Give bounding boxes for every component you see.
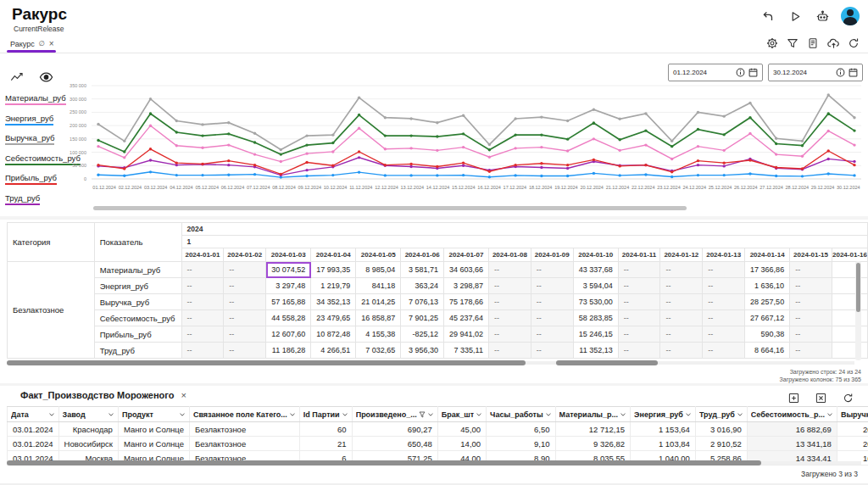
fact-cell[interactable]: 12 712,15 — [555, 422, 630, 437]
fact-cell[interactable]: 9,10 — [487, 437, 555, 451]
pivot-cell[interactable]: -- — [660, 262, 703, 278]
pivot-cell[interactable]: 3 581,71 — [401, 262, 444, 278]
pivot-cell[interactable]: -- — [488, 262, 531, 278]
fact-cell[interactable]: 03.01.2024 — [8, 437, 59, 451]
info-icon[interactable] — [836, 68, 845, 77]
fact-cell[interactable]: 45,00 — [437, 422, 486, 437]
fact-cell[interactable]: 13 341,18 — [747, 437, 837, 451]
delete-row-icon[interactable] — [812, 389, 829, 406]
fact-cell[interactable]: 650,48 — [352, 437, 437, 451]
refresh-table-icon[interactable] — [839, 389, 856, 406]
chevron-down-icon[interactable] — [108, 411, 114, 418]
pivot-cell[interactable]: 7 032,65 — [356, 343, 401, 359]
pivot-cell[interactable]: 34 603,66 — [443, 262, 488, 278]
chevron-down-icon[interactable] — [545, 411, 552, 418]
pivot-cell[interactable]: 23 479,65 — [311, 310, 356, 326]
fact-column-header[interactable]: Id Партии — [299, 407, 352, 422]
pivot-cell[interactable]: 1 636,10 — [745, 278, 790, 294]
user-avatar-icon[interactable] — [841, 7, 860, 25]
pivot-cell[interactable]: 29 941,02 — [443, 326, 488, 343]
pivot-cell[interactable]: -- — [531, 310, 573, 326]
fact-table-row[interactable]: 03.01.2024НовосибирскМанго и СолнцеБезла… — [8, 437, 868, 451]
fact-cell[interactable]: 6,50 — [487, 422, 555, 437]
pivot-date-header[interactable]: 2024-01-07 — [443, 248, 488, 262]
pivot-cell[interactable]: 21 014,25 — [356, 294, 401, 310]
pivot-cell[interactable]: -- — [181, 262, 224, 278]
pivot-metric-label[interactable]: Энергия_руб — [94, 278, 181, 294]
refresh-icon[interactable] — [846, 36, 861, 51]
pivot-cell[interactable]: 27 667,12 — [745, 310, 790, 326]
pivot-cell[interactable]: -- — [224, 294, 266, 310]
pivot-cell[interactable]: -- — [703, 310, 745, 326]
fact-cell[interactable]: Новосибирск — [58, 437, 118, 451]
chevron-down-icon[interactable] — [476, 411, 482, 418]
pivot-cell[interactable]: 45 237,64 — [443, 310, 488, 326]
pivot-cell[interactable]: 57 165,88 — [266, 294, 311, 310]
pivot-metric-label[interactable]: Выручка_руб — [94, 294, 181, 310]
pivot-metric-label[interactable]: Труд_руб — [94, 343, 181, 359]
fact-cell[interactable]: 1 153,64 — [631, 422, 696, 437]
pivot-cell[interactable]: -- — [181, 278, 224, 294]
fact-cell[interactable]: 20 986,71 — [837, 437, 868, 451]
pivot-hscroll-thumb-data[interactable] — [556, 360, 658, 365]
upload-icon[interactable] — [826, 36, 841, 51]
fact-cell[interactable]: Краснодар — [58, 422, 118, 437]
pivot-cell[interactable] — [832, 262, 867, 278]
info-icon[interactable] — [736, 68, 745, 77]
pivot-cell[interactable]: -- — [703, 262, 745, 278]
pivot-cell[interactable]: -- — [790, 310, 832, 326]
run-icon[interactable] — [787, 8, 804, 25]
fact-cell[interactable]: 1 103,84 — [631, 437, 696, 451]
fact-column-header[interactable]: Дата — [8, 407, 59, 422]
fact-cell[interactable]: Манго и Солнце — [118, 437, 189, 451]
pivot-cell[interactable]: 590,38 — [745, 326, 790, 343]
pivot-cell[interactable]: 12 607,60 — [266, 326, 311, 343]
calendar-icon[interactable] — [748, 68, 758, 77]
pivot-cell[interactable]: -- — [618, 278, 660, 294]
fact-column-header[interactable]: Завод — [58, 407, 118, 422]
pivot-date-header[interactable]: 2024-01-02 — [224, 248, 266, 262]
pivot-cell[interactable]: -- — [660, 343, 703, 359]
pivot-metric-label[interactable]: Материалы_руб — [94, 262, 181, 278]
pivot-cell[interactable]: 16 858,87 — [356, 310, 401, 326]
pivot-cell[interactable]: -- — [618, 310, 660, 326]
chevron-down-icon[interactable] — [179, 411, 186, 418]
pivot-cell[interactable]: -- — [224, 310, 266, 326]
pivot-cell[interactable]: 28 257,50 — [745, 294, 790, 310]
pivot-date-header[interactable]: 2024-01-06 — [401, 248, 444, 262]
pivot-cell[interactable]: -- — [224, 262, 266, 278]
pivot-cell[interactable]: -- — [224, 278, 266, 294]
fact-cell[interactable]: 690,27 — [352, 422, 437, 437]
pivot-cell[interactable]: -- — [224, 343, 266, 359]
pivot-cell[interactable] — [832, 343, 867, 359]
fact-cell[interactable]: 20 164,07 — [837, 422, 868, 437]
pivot-cell[interactable]: 75 178,66 — [443, 294, 488, 310]
chart-type-icon[interactable] — [8, 69, 25, 86]
settings-icon[interactable] — [765, 36, 780, 51]
undo-icon[interactable] — [760, 8, 776, 25]
pivot-cell[interactable]: 11 186,28 — [266, 343, 311, 359]
pivot-cell[interactable]: -- — [488, 343, 531, 359]
pivot-hscroll-thumb-frozen[interactable] — [7, 360, 526, 365]
pivot-cell[interactable]: 34 352,13 — [311, 294, 356, 310]
pivot-cell[interactable]: -- — [790, 343, 832, 359]
pivot-cell[interactable]: 1 219,79 — [311, 278, 356, 294]
pivot-cell[interactable]: 7 076,13 — [401, 294, 444, 310]
pivot-cell[interactable]: 44 558,28 — [266, 310, 311, 326]
pivot-cell[interactable]: 841,18 — [356, 278, 401, 294]
pivot-date-header[interactable]: 2024-01-05 — [356, 248, 401, 262]
pivot-cell[interactable] — [832, 326, 867, 343]
chevron-down-icon[interactable] — [427, 411, 434, 418]
pivot-cell[interactable]: 15 246,15 — [573, 326, 618, 343]
pivot-cell[interactable]: -825,12 — [401, 326, 444, 343]
chevron-down-icon[interactable] — [289, 411, 296, 418]
pivot-cell[interactable]: 363,24 — [401, 278, 444, 294]
calendar-icon[interactable] — [849, 68, 858, 77]
filter-icon[interactable] — [785, 36, 800, 51]
fact-cell[interactable]: 16 882,69 — [747, 422, 837, 437]
pivot-cell[interactable]: 3 594,04 — [573, 278, 618, 294]
pivot-cell[interactable]: 8 985,04 — [356, 262, 401, 278]
fact-table-row[interactable]: 03.01.2024КраснодарМанго и СолнцеБезлакт… — [8, 422, 868, 437]
pivot-cell[interactable]: 17 366,86 — [745, 262, 790, 278]
pivot-cell[interactable]: -- — [488, 278, 531, 294]
